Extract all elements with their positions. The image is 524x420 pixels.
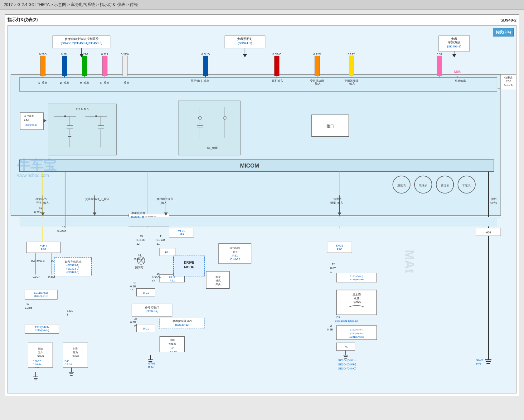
svg-text:GE104(G4KJ): GE104(G4KJ) [338, 359, 356, 362]
svg-text:变阻器故障: 变阻器故障 [344, 79, 358, 82]
svg-point-110 [95, 115, 97, 117]
svg-text:7.5A: 7.5A [24, 119, 29, 121]
svg-rect-23 [40, 56, 45, 76]
svg-text:2: 2 [330, 324, 332, 327]
svg-text:P_输出: P_输出 [120, 81, 129, 84]
svg-text:液量_输入: 液量_输入 [330, 201, 343, 204]
svg-text:开关_输入: 开关_输入 [36, 201, 49, 204]
svg-text:车速输出: 车速输出 [455, 79, 466, 82]
breadcrumb: 2017 > G 2.4 GDI THETA > 示意图 > 车身电气系统 > … [0, 0, 524, 10]
svg-rect-33 [82, 56, 87, 76]
svg-text:_输入: _输入 [347, 82, 355, 85]
svg-text:清水壶: 清水壶 [352, 293, 361, 296]
svg-text:(SD373-3): (SD373-3) [66, 271, 79, 274]
svg-text:11: 11 [157, 242, 160, 245]
svg-text:P.81: P.81 [179, 232, 184, 236]
svg-text:0.5B: 0.5B [130, 321, 136, 324]
svg-rect-95 [48, 104, 116, 155]
svg-text:清水壶: 清水壶 [333, 198, 342, 201]
svg-text:P.81: P.81 [232, 254, 238, 257]
svg-text:E131(G4KJ): E131(G4KJ) [350, 275, 363, 278]
svg-text:驾驶: 驾驶 [216, 276, 221, 278]
svg-text:13: 13 [62, 226, 65, 229]
svg-text:MODE: MODE [184, 265, 194, 269]
svg-text:E131(G4KJ): E131(G4KJ) [350, 328, 363, 331]
svg-text:开关: 开关 [233, 251, 238, 253]
svg-text:25: 25 [134, 325, 138, 328]
svg-text:0.3P: 0.3P [437, 53, 442, 56]
svg-text:MF31: MF31 [178, 229, 185, 232]
svg-text:连接器: 连接器 [168, 343, 176, 345]
svg-text:/21-14: /21-14 [33, 366, 40, 369]
svg-text:G4KJ/G4KH: G4KJ/G4KH [31, 260, 46, 263]
svg-text:_输入: _输入 [313, 82, 321, 85]
svg-text:E115(G4KJ): E115(G4KJ) [35, 326, 49, 329]
svg-text:0.3L/O: 0.3L/O [201, 53, 210, 56]
svg-text:(SD041-4): (SD041-4) [131, 215, 144, 218]
svg-text:FF11: FF11 [169, 276, 175, 279]
svg-text:P.74: P.74 [476, 363, 481, 366]
svg-text:0.22Gr: 0.22Gr [57, 229, 66, 232]
svg-marker-22 [452, 54, 456, 57]
svg-text:D_输出: D_输出 [60, 81, 69, 84]
svg-text:GE304(G4NC): GE304(G4NC) [338, 367, 357, 370]
svg-text:GF05: GF05 [148, 362, 155, 365]
svg-text:C 22-6: C 22-6 [65, 363, 72, 366]
svg-text:0.3Y/B: 0.3Y/B [157, 238, 165, 242]
svg-text:0.22O: 0.22O [313, 53, 321, 56]
svg-rect-28 [62, 56, 67, 76]
svg-text:(SD373-2): (SD373-2) [66, 267, 79, 270]
svg-text:参考: 参考 [451, 37, 457, 41]
svg-text:参考照明灯: 参考照明灯 [237, 37, 253, 41]
svg-rect-311 [20, 217, 497, 227]
svg-text:压力: 压力 [73, 351, 78, 354]
svg-text:刹车: 刹车 [73, 347, 78, 350]
svg-text:19: 19 [39, 207, 42, 210]
svg-text:E215(G4KH): E215(G4KH) [35, 329, 49, 332]
svg-text:_输入: _输入 [159, 201, 167, 204]
svg-text:传感器: 传感器 [72, 355, 79, 358]
svg-text:温度表: 温度表 [397, 184, 406, 187]
circuit-diagram: 仪表盘 P.53 C.10-5 MICOM 参考自动变速箱控制系统 (SD450… [8, 26, 516, 393]
svg-text:0.22W: 0.22W [121, 53, 129, 56]
svg-rect-38 [102, 56, 107, 76]
svg-text:(SD941-1): (SD941-1) [238, 41, 252, 45]
svg-rect-68 [437, 56, 442, 76]
svg-text:R_输出: R_输出 [80, 81, 89, 84]
svg-text:0.3Gr: 0.3Gr [33, 275, 40, 278]
svg-text:18: 18 [130, 289, 133, 292]
svg-text:EM21: EM21 [336, 244, 343, 247]
svg-text:11: 11 [160, 235, 163, 238]
svg-text:(SD940-1): (SD940-1) [25, 124, 37, 126]
svg-text:0.3Y: 0.3Y [330, 266, 336, 270]
svg-text:参考照明灯: 参考照明灯 [145, 306, 159, 309]
svg-text:DRIVE: DRIVE [184, 261, 194, 264]
svg-text:F71: F71 [165, 251, 170, 254]
svg-rect-53 [274, 56, 279, 76]
svg-text:P.94: P.94 [148, 366, 153, 369]
diagram-title: 指示灯&仪表(2) [7, 17, 38, 23]
svg-text:EM11: EM11 [40, 245, 47, 248]
svg-text:0.22G: 0.22G [81, 53, 88, 56]
main-content: 指示灯&仪表(2) SD940-2 牛车宝 www.ncboo.com 传统(2… [0, 10, 524, 401]
svg-rect-248 [327, 242, 352, 253]
svg-text:16: 16 [157, 272, 160, 275]
svg-rect-48 [203, 56, 208, 76]
svg-text:0.22L: 0.22L [61, 53, 68, 56]
svg-text:GM02: GM02 [476, 359, 483, 362]
svg-text:传感器: 传感器 [352, 300, 361, 304]
svg-text:压力: 压力 [38, 351, 43, 354]
svg-text:参考充电系统: 参考充电系统 [65, 260, 81, 263]
svg-text:照明灯: 照明灯 [135, 266, 143, 269]
svg-text:接口: 接口 [327, 124, 334, 128]
svg-text:转速表: 转速表 [441, 184, 449, 187]
svg-text:18: 18 [133, 281, 137, 285]
svg-text:P R N D S: P R N D S [76, 108, 89, 111]
svg-text:车速系统: 车速系统 [448, 41, 460, 44]
svg-text:(SD496-1): (SD496-1) [447, 45, 461, 48]
diagram-header: 指示灯&仪表(2) SD940-2 [7, 17, 517, 23]
svg-text:0.3L/O: 0.3L/O [134, 257, 143, 260]
svg-text:0.22O: 0.22O [39, 53, 46, 56]
svg-text:P.43: P.43 [65, 360, 70, 363]
svg-text:P.5: P.5 [344, 345, 347, 349]
